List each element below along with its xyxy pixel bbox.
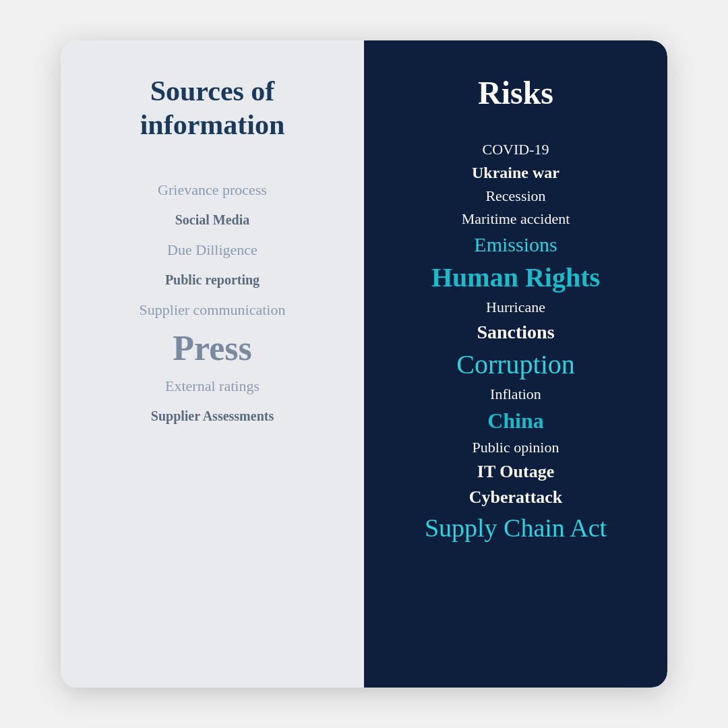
risk-it-outage: IT Outage xyxy=(477,462,554,482)
risk-sanctions: Sanctions xyxy=(477,322,554,343)
risk-recession: Recession xyxy=(485,187,545,205)
left-panel: Sources ofinformation Grievance process … xyxy=(61,40,364,688)
source-public-reporting: Public reporting xyxy=(165,272,260,288)
risk-public-opinion: Public opinion xyxy=(473,439,559,456)
source-supplier-assessments: Supplier Assessments xyxy=(151,408,274,424)
risks-list: COVID-19 Ukraine war Recession Maritime … xyxy=(384,138,647,545)
risk-inflation: Inflation xyxy=(490,386,541,403)
risk-cyberattack: Cyberattack xyxy=(469,487,563,508)
risk-china: China xyxy=(487,408,544,433)
sources-list: Grievance process Social Media Due Dilli… xyxy=(81,175,344,431)
risk-hurricane: Hurricane xyxy=(486,299,545,316)
risk-human-rights: Human Rights xyxy=(431,262,600,293)
right-panel: Risks COVID-19 Ukraine war Recession Mar… xyxy=(364,40,667,688)
right-title: Risks xyxy=(478,74,553,111)
risk-covid: COVID-19 xyxy=(483,141,549,158)
risk-emissions: Emissions xyxy=(474,233,557,256)
source-grievance: Grievance process xyxy=(158,181,267,199)
risk-supply-chain-act: Supply Chain Act xyxy=(425,513,607,543)
main-card: Sources ofinformation Grievance process … xyxy=(61,40,667,688)
source-supplier-comm: Supplier communication xyxy=(140,301,286,319)
left-title: Sources ofinformation xyxy=(140,74,285,142)
source-due-dilligence: Due Dilligence xyxy=(167,241,257,259)
risk-ukraine: Ukraine war xyxy=(472,164,559,182)
source-social-media: Social Media xyxy=(175,212,250,228)
source-external-ratings: External ratings xyxy=(165,377,260,395)
source-press: Press xyxy=(173,328,251,368)
risk-corruption: Corruption xyxy=(456,348,575,380)
risk-maritime: Maritime accident xyxy=(462,210,570,228)
